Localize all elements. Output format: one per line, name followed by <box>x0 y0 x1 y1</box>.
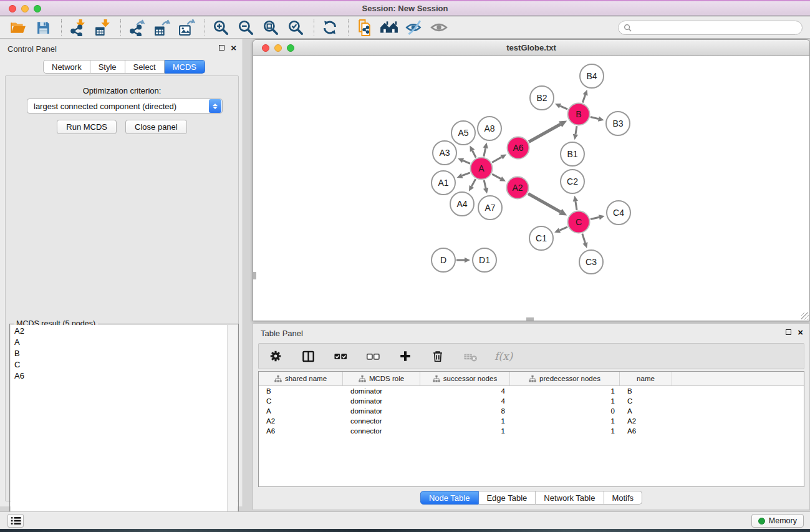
open-file-button[interactable] <box>9 18 27 37</box>
tab-network[interactable]: Network <box>43 60 90 74</box>
save-session-button[interactable] <box>34 18 52 37</box>
zoom-selected-button[interactable] <box>286 18 305 37</box>
task-history-button[interactable] <box>7 514 24 528</box>
graph-edge-A-A7[interactable] <box>483 180 488 194</box>
delete-table-button[interactable] <box>462 348 478 364</box>
zoom-out-button[interactable] <box>236 18 255 37</box>
criterion-dropdown[interactable]: largest connected component (directed) <box>27 99 223 114</box>
close-panel-icon[interactable]: × <box>231 44 236 51</box>
search-field[interactable] <box>618 21 803 35</box>
graph-edge-A-A5[interactable] <box>470 145 476 157</box>
graph-node-B1[interactable]: B1 <box>561 142 584 166</box>
graph-node-A[interactable]: A <box>471 158 493 180</box>
function-builder-button[interactable]: f(x) <box>494 348 513 364</box>
graph-edge-A-A6[interactable] <box>492 154 506 162</box>
tab-node-table[interactable]: Node Table <box>420 491 479 505</box>
horizontal-scrollbar-thumb[interactable] <box>526 317 534 321</box>
close-table-panel-icon[interactable]: × <box>798 329 803 336</box>
export-table-button[interactable] <box>152 18 171 37</box>
graph-node-A5[interactable]: A5 <box>451 121 475 145</box>
show-all-button[interactable] <box>430 18 448 37</box>
tab-motifs[interactable]: Motifs <box>604 491 642 505</box>
export-network-button[interactable] <box>127 18 146 37</box>
graph-edge-C-C1[interactable] <box>554 227 567 233</box>
tab-network-table[interactable]: Network Table <box>536 491 604 505</box>
refresh-layout-button[interactable] <box>321 18 339 37</box>
search-input[interactable] <box>635 24 791 32</box>
vertical-scrollbar-thumb[interactable] <box>253 272 256 279</box>
graph-node-C3[interactable]: C3 <box>579 250 603 274</box>
graph-node-C1[interactable]: C1 <box>529 226 553 250</box>
export-image-button[interactable] <box>177 18 196 37</box>
network-window-titlebar[interactable]: testGlobe.txt <box>253 40 809 56</box>
graph-edge-C-C2[interactable] <box>573 196 578 210</box>
graph-node-A1[interactable]: A1 <box>432 171 455 195</box>
graph-node-D[interactable]: D <box>432 248 455 272</box>
deselect-all-button[interactable] <box>365 348 381 364</box>
select-all-button[interactable] <box>332 348 349 364</box>
graph-node-A6[interactable]: A6 <box>508 137 529 159</box>
tab-edge-table[interactable]: Edge Table <box>478 491 536 505</box>
result-scrollbar[interactable] <box>228 325 238 532</box>
graph-node-A3[interactable]: A3 <box>433 141 456 165</box>
graph-node-C[interactable]: C <box>568 211 590 233</box>
create-column-button[interactable] <box>397 348 413 364</box>
graph-node-A8[interactable]: A8 <box>478 117 501 140</box>
graph-edge-A2-C[interactable] <box>528 194 567 216</box>
import-network-button[interactable] <box>68 18 87 37</box>
graph-edge-A-A8[interactable] <box>483 143 488 157</box>
column-header[interactable]: predecessor nodes <box>510 372 620 385</box>
tab-style[interactable]: Style <box>90 60 125 74</box>
float-panel-icon[interactable] <box>219 45 224 51</box>
result-item[interactable]: B <box>11 347 227 359</box>
graph-edge-B-B2[interactable] <box>555 104 567 109</box>
graph-node-B[interactable]: B <box>568 104 590 125</box>
column-header[interactable]: MCDS role <box>343 372 420 385</box>
result-item[interactable]: A <box>11 336 227 347</box>
column-header[interactable]: name <box>620 372 672 385</box>
graph-edge-D-D1[interactable] <box>456 258 470 263</box>
graph-edge-A-A4[interactable] <box>469 179 476 191</box>
graph-node-C4[interactable]: C4 <box>607 201 630 225</box>
graph-edge-A-A1[interactable] <box>457 173 470 178</box>
table-row[interactable]: A2connector11A2 <box>259 416 804 426</box>
delete-column-button[interactable] <box>430 348 446 364</box>
zoom-fit-button[interactable] <box>261 18 280 37</box>
run-mcds-button[interactable]: Run MCDS <box>57 120 117 134</box>
column-header[interactable]: successor nodes <box>420 372 510 385</box>
graph-edge-A-A3[interactable] <box>458 158 470 164</box>
graph-node-D1[interactable]: D1 <box>473 248 496 272</box>
result-item[interactable]: A2 <box>11 325 227 336</box>
table-row[interactable]: A6connector11A6 <box>259 426 804 436</box>
graph-edge-A-A2[interactable] <box>492 174 506 181</box>
resize-grip[interactable] <box>801 312 809 320</box>
graph-node-B2[interactable]: B2 <box>530 86 554 110</box>
graph-edge-C-C4[interactable] <box>591 215 605 220</box>
mcds-result-list[interactable]: A2ABCA6 <box>11 325 228 532</box>
show-columns-button[interactable] <box>300 348 316 364</box>
copy-network-button[interactable] <box>355 18 374 37</box>
graph-node-B4[interactable]: B4 <box>580 64 604 88</box>
graph-node-A2[interactable]: A2 <box>507 177 529 199</box>
table-row[interactable]: Adominator80A <box>259 406 804 416</box>
result-item[interactable]: A6 <box>11 370 227 381</box>
graph-node-B3[interactable]: B3 <box>606 112 630 135</box>
column-header[interactable]: shared name <box>259 372 343 385</box>
graph-edge-B-B4[interactable] <box>582 90 587 103</box>
network-canvas[interactable]: B4B2BB3A8A5A6A3B1AC2A1A2A4A7C4CC1DD1C3 <box>253 56 809 321</box>
import-table-button[interactable] <box>93 18 112 37</box>
result-item[interactable]: C <box>11 359 227 370</box>
first-neighbors-button[interactable] <box>380 18 398 37</box>
graph-edge-A6-B[interactable] <box>529 120 567 142</box>
graph-edge-C-C3[interactable] <box>582 234 588 248</box>
close-panel-button[interactable]: Close panel <box>125 120 187 134</box>
memory-button[interactable]: Memory <box>751 514 804 528</box>
zoom-in-button[interactable] <box>211 18 230 37</box>
graph-node-A4[interactable]: A4 <box>450 192 474 216</box>
table-row[interactable]: Cdominator41C <box>259 396 804 406</box>
table-settings-button[interactable] <box>268 348 284 364</box>
graph-node-C2[interactable]: C2 <box>561 170 584 193</box>
hide-selected-button[interactable] <box>405 18 423 37</box>
tab-select[interactable]: Select <box>125 60 165 74</box>
graph-node-A7[interactable]: A7 <box>478 196 502 220</box>
